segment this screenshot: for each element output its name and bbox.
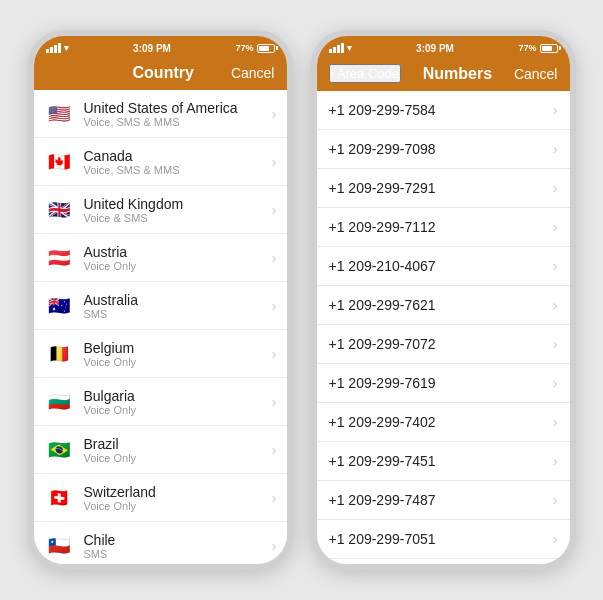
status-bar-1: ▾ 3:09 PM 77% <box>34 36 287 58</box>
country-name: Belgium <box>84 340 272 356</box>
list-item[interactable]: 🇧🇬 Bulgaria Voice Only › <box>34 378 287 426</box>
flag-icon: 🇨🇦 <box>44 151 74 173</box>
country-sub: Voice Only <box>84 452 272 464</box>
chevron-right-icon: › <box>272 346 277 362</box>
number-item[interactable]: +1 209-299-7451 › <box>317 442 570 481</box>
number-item[interactable]: +1 209-210-4067 › <box>317 247 570 286</box>
flag-icon: 🇦🇺 <box>44 295 74 317</box>
phone-number: +1 209-299-7072 <box>329 336 553 352</box>
country-name: Australia <box>84 292 272 308</box>
chevron-right-icon: › <box>553 453 558 469</box>
country-name: Bulgaria <box>84 388 272 404</box>
nav-bar-2: ‹ Area Code Numbers Cancel <box>317 58 570 91</box>
country-name: Brazil <box>84 436 272 452</box>
list-item[interactable]: 🇦🇺 Australia SMS › <box>34 282 287 330</box>
number-item[interactable]: +1 209-299-7487 › <box>317 481 570 520</box>
country-sub: Voice Only <box>84 356 272 368</box>
status-right-1: 77% <box>235 43 274 53</box>
item-text: Canada Voice, SMS & MMS <box>84 148 272 176</box>
chevron-right-icon: › <box>553 141 558 157</box>
number-item[interactable]: +1 209-299-7621 › <box>317 286 570 325</box>
country-sub: Voice Only <box>84 404 272 416</box>
list-item[interactable]: 🇨🇱 Chile SMS › <box>34 522 287 564</box>
country-sub: Voice, SMS & MMS <box>84 116 272 128</box>
flag-icon: 🇺🇸 <box>44 103 74 125</box>
phone-number: +1 209-299-7112 <box>329 219 553 235</box>
status-left-1: ▾ <box>46 43 69 53</box>
chevron-right-icon: › <box>553 258 558 274</box>
number-item[interactable]: +1 209-299-7619 › <box>317 364 570 403</box>
back-button[interactable]: ‹ Area Code <box>329 64 402 83</box>
country-list: 🇺🇸 United States of America Voice, SMS &… <box>34 90 287 564</box>
list-item[interactable]: 🇦🇹 Austria Voice Only › <box>34 234 287 282</box>
phone-number: +1 209-299-7051 <box>329 531 553 547</box>
item-text: Bulgaria Voice Only <box>84 388 272 416</box>
chevron-right-icon: › <box>553 336 558 352</box>
item-text: Switzerland Voice Only <box>84 484 272 512</box>
flag-icon: 🇧🇬 <box>44 391 74 413</box>
item-text: Austria Voice Only <box>84 244 272 272</box>
chevron-right-icon: › <box>553 375 558 391</box>
list-item[interactable]: 🇨🇭 Switzerland Voice Only › <box>34 474 287 522</box>
number-item[interactable]: +1 209-299-7051 › <box>317 520 570 559</box>
flag-icon: 🇨🇱 <box>44 535 74 557</box>
phone-number: +1 209-210-4067 <box>329 258 553 274</box>
phone-numbers-list: ▾ 3:09 PM 77% ‹ Area Code Numbers Cancel… <box>311 30 576 570</box>
number-item[interactable]: +1 209-299-7072 › <box>317 325 570 364</box>
chevron-right-icon: › <box>553 297 558 313</box>
chevron-right-icon: › <box>272 202 277 218</box>
country-name: United States of America <box>84 100 272 116</box>
list-item[interactable]: 🇨🇦 Canada Voice, SMS & MMS › <box>34 138 287 186</box>
numbers-list: +1 209-299-7584 › +1 209-299-7098 › +1 2… <box>317 91 570 564</box>
chevron-right-icon: › <box>553 102 558 118</box>
chevron-left-icon: ‹ <box>331 66 335 81</box>
battery-percent-2: 77% <box>518 43 536 53</box>
chevron-right-icon: › <box>553 531 558 547</box>
number-item[interactable]: +1 209-299-7660 › <box>317 559 570 564</box>
status-left-2: ▾ <box>329 43 352 53</box>
flag-icon: 🇧🇷 <box>44 439 74 461</box>
country-sub: Voice & SMS <box>84 212 272 224</box>
country-name: United Kingdom <box>84 196 272 212</box>
number-item[interactable]: +1 209-299-7098 › <box>317 130 570 169</box>
chevron-right-icon: › <box>272 490 277 506</box>
cancel-button-1[interactable]: Cancel <box>231 65 275 81</box>
wifi-icon: ▾ <box>64 43 69 53</box>
number-item[interactable]: +1 209-299-7584 › <box>317 91 570 130</box>
chevron-right-icon: › <box>272 106 277 122</box>
chevron-right-icon: › <box>272 394 277 410</box>
number-item[interactable]: +1 209-299-7291 › <box>317 169 570 208</box>
status-time-2: 3:09 PM <box>416 43 454 54</box>
country-name: Austria <box>84 244 272 260</box>
list-item[interactable]: 🇧🇷 Brazil Voice Only › <box>34 426 287 474</box>
country-sub: Voice, SMS & MMS <box>84 164 272 176</box>
list-item[interactable]: 🇺🇸 United States of America Voice, SMS &… <box>34 90 287 138</box>
chevron-right-icon: › <box>553 492 558 508</box>
number-item[interactable]: +1 209-299-7402 › <box>317 403 570 442</box>
country-name: Switzerland <box>84 484 272 500</box>
status-bar-2: ▾ 3:09 PM 77% <box>317 36 570 58</box>
wifi-icon-2: ▾ <box>347 43 352 53</box>
country-sub: Voice Only <box>84 260 272 272</box>
cancel-button-2[interactable]: Cancel <box>514 66 558 82</box>
phone-number: +1 209-299-7291 <box>329 180 553 196</box>
phone-number: +1 209-299-7584 <box>329 102 553 118</box>
chevron-right-icon: › <box>272 538 277 554</box>
country-name: Canada <box>84 148 272 164</box>
number-item[interactable]: +1 209-299-7112 › <box>317 208 570 247</box>
signal-icon <box>46 43 61 53</box>
phone-number: +1 209-299-7487 <box>329 492 553 508</box>
item-text: Belgium Voice Only <box>84 340 272 368</box>
chevron-right-icon: › <box>553 414 558 430</box>
item-text: United States of America Voice, SMS & MM… <box>84 100 272 128</box>
back-label: Area Code <box>337 66 399 81</box>
country-sub: SMS <box>84 308 272 320</box>
phone-number: +1 209-299-7402 <box>329 414 553 430</box>
item-text: Australia SMS <box>84 292 272 320</box>
flag-icon: 🇧🇪 <box>44 343 74 365</box>
nav-title-2: Numbers <box>423 65 492 83</box>
nav-bar-1: Country Cancel <box>34 58 287 90</box>
list-item[interactable]: 🇧🇪 Belgium Voice Only › <box>34 330 287 378</box>
list-item[interactable]: 🇬🇧 United Kingdom Voice & SMS › <box>34 186 287 234</box>
phone-country-list: ▾ 3:09 PM 77% Country Cancel 🇺🇸 United S… <box>28 30 293 570</box>
